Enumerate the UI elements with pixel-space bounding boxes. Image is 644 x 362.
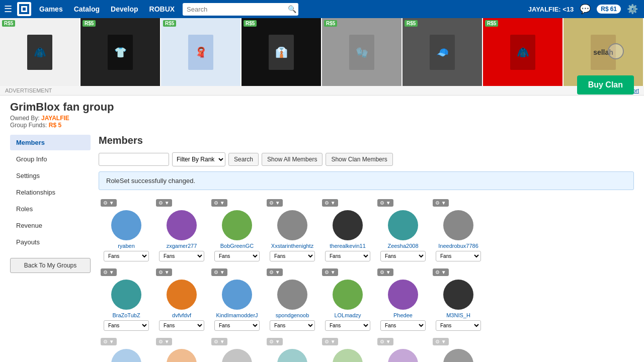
member-rank-button[interactable]: ⚙ ▼ <box>267 268 283 276</box>
ad-item-7[interactable]: R$5 🧥 <box>483 18 564 86</box>
member-role-select[interactable]: FansMemberModeratorAdminOwner <box>270 251 315 261</box>
member-name[interactable]: LOLmadzy <box>334 312 361 318</box>
member-name[interactable]: ryaben <box>118 243 135 249</box>
member-role-select[interactable]: FansMemberModeratorAdminOwner <box>270 320 315 331</box>
member-avatar <box>333 210 363 240</box>
member-avatar <box>277 280 307 310</box>
ad-item-5[interactable]: R$5 🧤 <box>322 18 403 86</box>
sidebar: Members Group Info Settings Relationship… <box>10 135 91 362</box>
member-role-select[interactable]: FansMemberModeratorAdminOwner <box>325 251 370 261</box>
member-role-select[interactable]: FansMemberModeratorAdminOwner <box>214 320 260 331</box>
ad-item-6[interactable]: R$5 🧢 <box>403 18 483 86</box>
member-name[interactable]: dvfvfdvf <box>172 312 191 318</box>
sidebar-item-members[interactable]: Members <box>10 135 91 150</box>
member-search-input[interactable] <box>99 153 169 166</box>
search-input[interactable] <box>183 3 298 16</box>
member-rank-button[interactable]: ⚙ ▼ <box>433 199 449 207</box>
nav-develop[interactable]: Develop <box>106 2 143 16</box>
member-role-select[interactable]: FansMemberModeratorAdminOwner <box>436 320 481 331</box>
member-rank-button[interactable]: ⚙ ▼ <box>156 199 172 207</box>
member-role-select[interactable]: FansMemberModeratorAdminOwner <box>104 251 149 261</box>
member-rank-button[interactable]: ⚙ ▼ <box>377 338 393 345</box>
nav-robux[interactable]: ROBUX <box>144 2 180 16</box>
filter-rank-select[interactable]: Filter By Rank <box>172 152 225 166</box>
ad-item-2[interactable]: R$5 👕 <box>80 18 161 86</box>
member-role-select[interactable]: FansMemberModeratorAdminOwner <box>159 251 204 261</box>
hamburger-icon[interactable]: ☰ <box>4 4 12 15</box>
member-name[interactable]: BraZoTubZ <box>112 312 140 318</box>
member-avatar <box>167 280 197 310</box>
member-role-select[interactable]: FansMemberModeratorAdminOwner <box>436 251 481 261</box>
member-rank-button[interactable]: ⚙ ▼ <box>322 199 338 207</box>
sidebar-item-roles[interactable]: Roles <box>10 201 91 217</box>
buy-clan-button[interactable]: Buy Clan <box>577 75 634 95</box>
member-rank-button[interactable]: ⚙ ▼ <box>267 199 283 207</box>
member-rank-button[interactable]: ⚙ ▼ <box>101 268 117 276</box>
member-name[interactable]: zxgamer277 <box>167 243 197 249</box>
member-rank-button[interactable]: ⚙ ▼ <box>433 338 449 345</box>
member-rank-button[interactable]: ⚙ ▼ <box>267 338 283 345</box>
search-button[interactable]: Search <box>228 153 259 166</box>
ad-item-1[interactable]: R$5 🧥 <box>0 18 80 86</box>
member-rank-button[interactable]: ⚙ ▼ <box>211 338 227 345</box>
member-rank-button[interactable]: ⚙ ▼ <box>322 268 338 276</box>
member-name[interactable]: spondgenoob <box>276 312 309 318</box>
show-clan-members-button[interactable]: Show Clan Members <box>326 153 392 166</box>
member-avatar <box>333 349 363 362</box>
member-name[interactable]: Phedee <box>393 312 413 318</box>
member-rank-button[interactable]: ⚙ ▼ <box>156 268 172 276</box>
member-card: ⚙ ▼M3NIS_HFansMemberModeratorAdminOwner <box>431 265 486 335</box>
member-rank-button[interactable]: ⚙ ▼ <box>322 338 338 345</box>
roblox-logo[interactable] <box>17 2 31 16</box>
settings-icon[interactable]: ⚙️ <box>625 2 640 17</box>
member-rank-button[interactable]: ⚙ ▼ <box>101 199 117 207</box>
member-name[interactable]: Ineedrobux7786 <box>438 243 478 249</box>
member-rank-button[interactable]: ⚙ ▼ <box>101 338 117 345</box>
topnav: ☰ Games Catalog Develop ROBUX 🔍 JAYALFIE… <box>0 0 644 18</box>
member-role-select[interactable]: FansMemberModeratorAdminOwner <box>159 320 204 331</box>
sidebar-item-group-info[interactable]: Group Info <box>10 151 91 167</box>
member-avatar <box>222 210 252 240</box>
ad-item-4[interactable]: R$5 👔 <box>242 18 322 86</box>
ad-item-3[interactable]: R$5 🧣 <box>161 18 242 86</box>
member-name[interactable]: KindImamodderJ <box>216 312 258 318</box>
search-icon-btn[interactable]: 🔍 <box>288 5 296 13</box>
member-avatar <box>333 280 363 310</box>
member-rank-button[interactable]: ⚙ ▼ <box>211 268 227 276</box>
chat-icon[interactable]: 💬 <box>578 2 593 17</box>
member-name[interactable]: Xxstarinthenightz <box>271 243 313 249</box>
members-grid-row-3: ⚙ ▼FansMemberModeratorAdminOwner⚙ ▼FansM… <box>99 335 634 362</box>
sidebar-item-payouts[interactable]: Payouts <box>10 234 91 250</box>
member-name[interactable]: M3NIS_H <box>446 312 470 318</box>
member-role-select[interactable]: FansMemberModeratorAdminOwner <box>214 251 260 261</box>
svg-rect-2 <box>23 8 26 11</box>
member-card: ⚙ ▼ryabenFansMemberModeratorAdminOwner <box>99 196 154 265</box>
rs-badge-6: R$5 <box>405 20 418 27</box>
member-rank-button[interactable]: ⚙ ▼ <box>156 338 172 345</box>
member-name[interactable]: therealkevin11 <box>330 243 366 249</box>
member-name[interactable]: BobGreenGC <box>220 243 254 249</box>
member-role-select[interactable]: FansMemberModeratorAdminOwner <box>325 320 370 331</box>
robux-badge[interactable]: R$ 61 <box>597 5 621 14</box>
member-role-select[interactable]: FansMemberModeratorAdminOwner <box>380 251 426 261</box>
user-label[interactable]: JAYALFIE: <13 <box>528 6 574 13</box>
member-rank-button[interactable]: ⚙ ▼ <box>211 199 227 207</box>
member-avatar <box>111 210 141 240</box>
member-card: ⚙ ▼BobGreenGCFansMemberModeratorAdminOwn… <box>209 196 265 265</box>
sidebar-item-settings[interactable]: Settings <box>10 168 91 184</box>
member-role-select[interactable]: FansMemberModeratorAdminOwner <box>380 320 426 331</box>
owner-link[interactable]: JAYALFIE <box>41 115 69 122</box>
member-name[interactable]: Zeesha2008 <box>387 243 418 249</box>
sidebar-item-relationships[interactable]: Relationships <box>10 185 91 200</box>
back-to-groups-button[interactable]: Back To My Groups <box>10 258 91 273</box>
member-rank-button[interactable]: ⚙ ▼ <box>377 199 393 207</box>
sidebar-item-revenue[interactable]: Revenue <box>10 218 91 233</box>
member-rank-button[interactable]: ⚙ ▼ <box>377 268 393 276</box>
member-role-select[interactable]: FansMemberModeratorAdminOwner <box>104 320 149 331</box>
nav-games[interactable]: Games <box>34 2 68 16</box>
member-rank-button[interactable]: ⚙ ▼ <box>433 268 449 276</box>
nav-catalog[interactable]: Catalog <box>69 2 105 16</box>
show-all-members-button[interactable]: Show All Members <box>262 153 323 166</box>
member-card: ⚙ ▼BraZoTubZFansMemberModeratorAdminOwne… <box>99 265 154 335</box>
member-avatar <box>277 210 307 240</box>
